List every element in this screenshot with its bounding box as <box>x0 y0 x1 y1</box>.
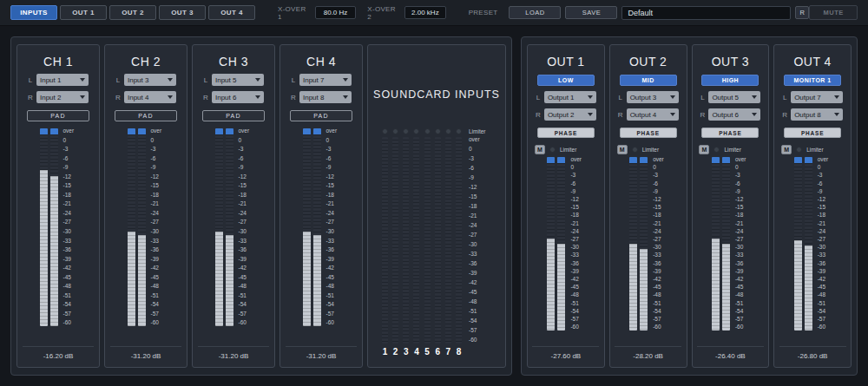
xover2-value-field[interactable]: 2.00 kHz <box>404 6 446 19</box>
phase-button[interactable]: PHASE <box>620 128 677 138</box>
load-button[interactable]: LOAD <box>509 6 561 19</box>
pad-button[interactable]: PAD <box>115 110 177 121</box>
tab-out-4[interactable]: OUT 4 <box>208 5 255 20</box>
phase-button[interactable]: PHASE <box>701 128 759 138</box>
phase-button[interactable]: PHASE <box>784 128 841 138</box>
scale-label: -60 <box>653 324 667 330</box>
input-select-right[interactable]: Input 6 <box>212 91 264 103</box>
left-label: L <box>700 94 705 101</box>
scale-label: -45 <box>326 275 340 281</box>
scale-label: -48 <box>326 284 340 290</box>
tab-out-2[interactable]: OUT 2 <box>109 5 156 20</box>
level-readout: -26.80 dB <box>779 346 846 367</box>
db-scale: over0-3-6-9-12-15-18-21-24-27-30-33-36-3… <box>151 128 165 326</box>
level-readout: -16.20 dB <box>23 346 95 367</box>
pad-button[interactable]: PAD <box>202 110 265 121</box>
meter-over-cap <box>805 157 812 163</box>
scale-label: -42 <box>653 277 667 283</box>
input-select-right[interactable]: Input 8 <box>299 91 352 103</box>
scale-label: -27 <box>818 237 832 243</box>
scale-label: -45 <box>818 285 832 291</box>
tab-bar: INPUTS OUT 1 OUT 2 OUT 3 OUT 4 <box>10 5 255 20</box>
preset-recall-button[interactable]: R <box>795 6 809 19</box>
pad-button[interactable]: PAD <box>290 110 352 121</box>
band-button[interactable]: MONITOR 1 <box>784 75 841 86</box>
channel-title: CH 2 <box>131 55 161 69</box>
output-select-right[interactable]: Output 2 <box>544 108 596 121</box>
level-meter-right <box>557 157 565 330</box>
scale-label: -12 <box>63 174 77 180</box>
band-button[interactable]: MID <box>620 75 677 86</box>
scale-label: -18 <box>63 193 77 199</box>
scale-label: -51 <box>570 301 584 307</box>
output-select-right[interactable]: Output 6 <box>708 108 760 121</box>
meter-fill <box>794 240 802 330</box>
phase-button[interactable]: PHASE <box>537 128 595 138</box>
db-scale: over0-3-6-9-12-15-18-21-24-27-30-33-36-3… <box>818 157 832 330</box>
tab-out-1[interactable]: OUT 1 <box>60 5 107 20</box>
meter-over-cap <box>215 128 223 134</box>
output-title: OUT 4 <box>793 55 831 69</box>
scale-label: -48 <box>151 284 165 290</box>
scale-label: -51 <box>239 293 253 299</box>
soundcard-meter <box>413 137 419 343</box>
save-button[interactable]: SAVE <box>565 6 617 19</box>
soundcard-channel-3: 3 <box>403 128 409 358</box>
scale-label: -51 <box>326 293 340 299</box>
output-select-right[interactable]: Output 8 <box>791 108 843 121</box>
scale-label: -48 <box>653 292 667 298</box>
input-select-left[interactable]: Input 5 <box>212 74 264 86</box>
scale-label: -3 <box>469 156 483 162</box>
output-select-value: Output 7 <box>794 94 821 101</box>
scale-label: -39 <box>735 269 749 275</box>
input-select-left[interactable]: Input 3 <box>124 74 176 86</box>
scale-label: -54 <box>469 318 483 324</box>
band-button[interactable]: HIGH <box>701 75 759 86</box>
input-select-right[interactable]: Input 4 <box>124 91 176 103</box>
level-meters <box>303 128 321 326</box>
tab-out-3[interactable]: OUT 3 <box>159 5 206 20</box>
scale-label: -6 <box>653 181 667 187</box>
mute-button[interactable]: MUTE <box>809 5 858 20</box>
output-select-left[interactable]: Output 5 <box>708 91 760 103</box>
input-select-left[interactable]: Input 7 <box>299 74 352 86</box>
left-label: L <box>28 76 33 84</box>
meter-over-cap <box>303 128 311 134</box>
channel-mute-button[interactable]: M <box>699 145 709 154</box>
channel-mute-button[interactable]: M <box>617 145 628 154</box>
input-select-left[interactable]: Input 1 <box>36 74 89 86</box>
output-select-value: Output 1 <box>548 94 575 101</box>
preset-name-input[interactable] <box>621 6 791 20</box>
scale-label: -3 <box>239 147 253 153</box>
soundcard-channel-5: 5 <box>424 128 431 358</box>
channel-title: CH 3 <box>219 55 248 69</box>
scale-label: -45 <box>151 275 165 281</box>
output-select-left[interactable]: Output 1 <box>544 91 596 103</box>
scale-label: -3 <box>735 173 749 179</box>
input-select-right[interactable]: Input 2 <box>36 91 89 103</box>
pad-button[interactable]: PAD <box>27 110 89 121</box>
limiter-led-icon <box>424 128 431 134</box>
soundcard-meter <box>403 137 409 343</box>
meter-header: M Limiter <box>535 145 597 154</box>
limiter-led-icon <box>713 147 720 153</box>
tab-inputs[interactable]: INPUTS <box>10 5 57 20</box>
scale-label: -15 <box>653 205 667 211</box>
soundcard-meter <box>392 137 398 343</box>
channel-mute-button[interactable]: M <box>781 145 792 154</box>
scale-label: -30 <box>239 229 253 235</box>
channel-mute-button[interactable]: M <box>535 145 545 154</box>
xover1-value-field[interactable]: 80.0 Hz <box>315 6 357 19</box>
output-select-left[interactable]: Output 3 <box>627 91 679 103</box>
output-strip-3: OUT 3 HIGH L Output 5 R Output 6 P <box>692 44 770 368</box>
output-select-right[interactable]: Output 4 <box>627 108 679 121</box>
scale-label: -9 <box>818 189 832 195</box>
input-row-right: R Input 2 <box>28 91 89 103</box>
output-select-left[interactable]: Output 7 <box>791 91 843 103</box>
meter-fill <box>313 235 321 326</box>
scale-label: -12 <box>818 197 832 203</box>
band-button[interactable]: LOW <box>537 75 595 86</box>
scale-label: over <box>326 128 340 134</box>
chevron-down-icon <box>588 113 593 116</box>
scale-label: 0 <box>735 165 749 171</box>
